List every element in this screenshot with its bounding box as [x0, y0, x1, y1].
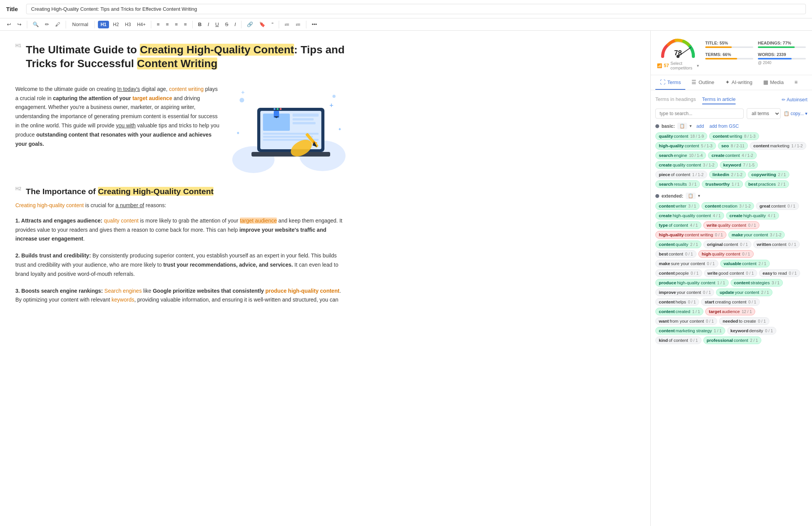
tag-valuable-content[interactable]: valuable content2 / 1: [720, 260, 770, 267]
tag-create-hq-content[interactable]: create high-quality content4 / 1: [655, 212, 724, 219]
tag-best-content[interactable]: best content0 / 1: [655, 250, 696, 258]
copy-basic-icon[interactable]: 📋: [677, 123, 687, 129]
tag-professional-content[interactable]: professional content2 / 1: [703, 336, 762, 344]
tag-write-good-content[interactable]: write good content0 / 1: [704, 269, 757, 277]
tag-high-quality-content2[interactable]: high quality content0 / 1: [698, 250, 754, 258]
tag-content-writing[interactable]: content writing8 / 1-3: [709, 132, 759, 140]
tag-want-from-your-content[interactable]: want from your content0 / 1: [655, 317, 717, 325]
tag-high-quality-content[interactable]: high-quality content5 / 1-3: [655, 142, 716, 150]
tag-keyword-density[interactable]: keyword density0 / 1: [727, 327, 777, 335]
add-from-gsc-link[interactable]: add from GSC: [709, 124, 739, 129]
underline-button[interactable]: U: [213, 20, 221, 29]
autoinsert-button[interactable]: ✏ Autoinsert: [782, 97, 807, 102]
tab-outline[interactable]: ☰ Outline: [687, 75, 719, 90]
tag-produce-hq-content[interactable]: produce high-quality content1 / 1: [655, 279, 729, 287]
unordered-list-button[interactable]: ≔: [293, 20, 303, 29]
search-input[interactable]: [655, 109, 744, 119]
bookmark-button[interactable]: 🔖: [257, 20, 268, 29]
tag-create-hq[interactable]: create high-quality4 / 1: [726, 212, 779, 219]
filter-select[interactable]: all terms basic extended: [747, 108, 781, 119]
tab-media[interactable]: ▦ Media: [759, 75, 788, 90]
tag-content-people[interactable]: content people0 / 1: [655, 269, 702, 277]
tag-original-content[interactable]: original content0 / 1: [703, 241, 751, 248]
tag-kind-of-content[interactable]: kind of content0 / 1: [655, 336, 701, 344]
tag-create-content[interactable]: create content4 / 1-2: [708, 152, 756, 159]
code-button[interactable]: I: [232, 20, 238, 29]
strikethrough-button[interactable]: S: [223, 20, 231, 29]
h3-button[interactable]: H3: [123, 20, 133, 29]
tab-ai-writing[interactable]: ✦ AI-writing: [721, 75, 757, 90]
score-header: 78 📶 57 Select competitors ▾ TITLE: 55%: [651, 31, 812, 75]
tag-content-created[interactable]: content created1 / 1: [655, 308, 703, 315]
sub-tab-headings[interactable]: Terms in headings: [655, 95, 696, 104]
search-button[interactable]: 🔍: [30, 20, 41, 29]
link-button[interactable]: 🔗: [245, 20, 255, 29]
svg-rect-15: [263, 136, 313, 138]
more-button[interactable]: •••: [309, 20, 319, 29]
tag-content-marketing[interactable]: content marketing1 / 1-2: [750, 142, 806, 150]
h4-button[interactable]: H4+: [135, 20, 148, 29]
tag-written-content[interactable]: written content0 / 1: [753, 241, 800, 248]
tab-settings[interactable]: ≡: [790, 75, 802, 90]
select-competitors-btn[interactable]: 📶 57 Select competitors ▾: [657, 61, 699, 70]
tag-start-creating-content[interactable]: start creating content0 / 1: [701, 298, 759, 306]
target-words: @ 2040: [758, 61, 806, 65]
undo-button[interactable]: ↩: [5, 20, 13, 29]
tag-make-sure-your-content[interactable]: make sure your content0 / 1: [655, 260, 718, 267]
tag-content-helps[interactable]: content helps0 / 1: [655, 298, 699, 306]
tab-terms[interactable]: ⛶ Terms: [655, 75, 685, 90]
ordered-list-button[interactable]: ≔: [282, 20, 292, 29]
tag-easy-to-read[interactable]: easy to read0 / 1: [759, 269, 800, 277]
italic-button[interactable]: I: [205, 20, 212, 29]
sub-tab-article[interactable]: Terms in article: [702, 95, 736, 104]
tag-create-quality-content[interactable]: create quality content3 / 1-2: [655, 161, 718, 169]
tag-quality-content[interactable]: quality content18 / 1-9: [655, 132, 707, 140]
title-input[interactable]: [26, 4, 806, 14]
align-center-button[interactable]: ≡: [164, 20, 171, 29]
tag-update-your-content[interactable]: update your content2 / 1: [716, 289, 772, 296]
copy-button[interactable]: 📋 copy... ▾: [784, 111, 807, 116]
intro-section: Welcome to the ultimate guide on creatin…: [15, 85, 346, 178]
align-right-button[interactable]: ≡: [172, 20, 180, 29]
tag-linkedin[interactable]: linkedin2 / 1-2: [709, 171, 746, 178]
tag-piece-of-content[interactable]: piece of content1 / 1-2: [655, 171, 707, 178]
editor-area[interactable]: H1 The Ultimate Guide to Creating High-Q…: [0, 31, 651, 526]
h2-button[interactable]: H2: [111, 20, 121, 29]
dropdown-icon[interactable]: ▾: [690, 124, 692, 129]
copy-extended-icon[interactable]: 📋: [686, 193, 696, 199]
align-justify-button[interactable]: ≡: [182, 20, 189, 29]
align-left-button[interactable]: ≡: [154, 20, 162, 29]
extended-dropdown-icon[interactable]: ▾: [698, 193, 700, 198]
headings-stat: HEADINGS: 77%: [758, 41, 806, 49]
redo-button[interactable]: ↪: [15, 20, 24, 29]
tag-great-content[interactable]: great content0 / 1: [756, 202, 799, 210]
h1-button[interactable]: H1: [98, 21, 109, 28]
pen-button[interactable]: 🖊: [53, 20, 63, 29]
creating-hq-content-link: Creating high-quality content: [15, 202, 84, 208]
tag-hq-content-writing[interactable]: high-quality content writing0 / 1: [655, 231, 726, 239]
tag-best-practices[interactable]: best practices2 / 1: [745, 180, 789, 188]
add-basic-link[interactable]: add: [696, 124, 704, 129]
tag-improve-your-content[interactable]: improve your content0 / 1: [655, 289, 714, 296]
tag-copywriting[interactable]: copywriting2 / 1: [748, 171, 789, 178]
bold-button[interactable]: B: [196, 20, 204, 29]
tag-content-creation[interactable]: content creation3 / 1-2: [701, 202, 754, 210]
intro-content-writing: content writing: [169, 86, 203, 92]
tag-target-audience[interactable]: target audience12 / 1: [705, 308, 755, 315]
tag-search-engine[interactable]: search engine10 / 1-4: [655, 152, 706, 159]
quote-button[interactable]: ": [269, 20, 276, 29]
tag-search-results[interactable]: search results3 / 1: [655, 180, 700, 188]
tag-keyword[interactable]: keyword7 / 1-5: [720, 161, 758, 169]
tag-content-marketing-strategy[interactable]: content marketing strategy1 / 1: [655, 327, 725, 335]
sub-tabs-left: Terms in headings Terms in article: [655, 95, 736, 104]
tag-needed-to-create[interactable]: needed to create0 / 1: [719, 317, 769, 325]
tag-content-writer[interactable]: content writer3 / 1: [655, 202, 700, 210]
tag-seo[interactable]: seo8 / 2-11: [718, 142, 748, 150]
tag-content-strategies[interactable]: content strategies3 / 1: [731, 279, 783, 287]
edit-button[interactable]: ✏: [43, 20, 51, 29]
tag-type-of-content[interactable]: type of content4 / 1: [655, 221, 701, 229]
tag-content-quality[interactable]: content quality2 / 1: [655, 241, 701, 248]
tag-make-your-content[interactable]: make your content3 / 1-2: [728, 231, 785, 239]
tag-trustworthy[interactable]: trustworthy1 / 1: [702, 180, 743, 188]
tag-write-quality-content[interactable]: write quality content0 / 1: [703, 221, 759, 229]
